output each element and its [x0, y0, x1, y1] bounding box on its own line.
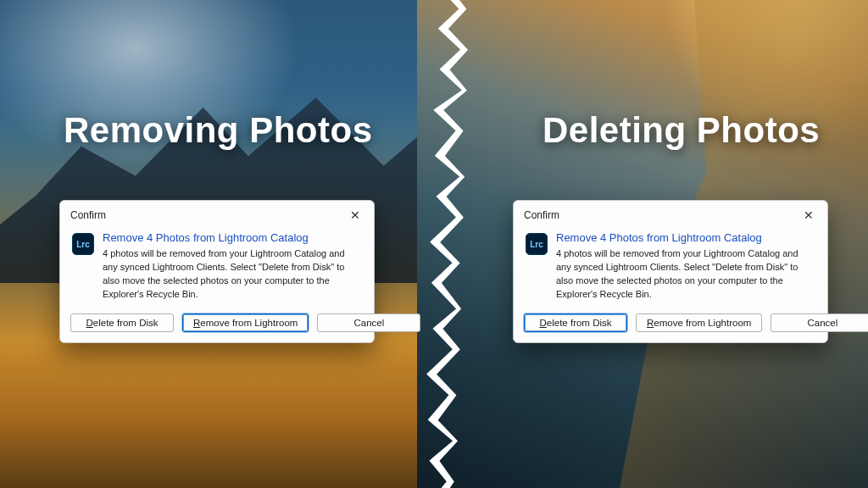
dialog-body-text: 4 photos will be removed from your Light…: [556, 247, 815, 302]
close-button[interactable]: ✕: [797, 206, 821, 225]
dialog-title: Confirm: [70, 209, 106, 221]
delete-from-disk-button[interactable]: Delete from Disk: [524, 313, 627, 332]
close-icon: ✕: [350, 208, 360, 222]
dialog-button-row: Delete from Disk Remove from Lightroom C…: [60, 308, 374, 342]
dialog-headline: Remove 4 Photos from Lightroom Catalog: [556, 231, 815, 244]
dialog-button-row: Delete from Disk Remove from Lightroom C…: [514, 308, 827, 342]
dialog-message: Remove 4 Photos from Lightroom Catalog 4…: [556, 231, 815, 302]
dialog-title: Confirm: [524, 209, 559, 221]
lightroom-app-icon: Lrc: [526, 233, 548, 255]
dialog-body-text: 4 photos will be removed from your Light…: [103, 247, 362, 302]
dialog-body: Lrc Remove 4 Photos from Lightroom Catal…: [514, 226, 827, 308]
cancel-button[interactable]: Cancel: [771, 313, 868, 332]
remove-from-lightroom-button[interactable]: Remove from Lightroom: [182, 313, 309, 332]
delete-from-disk-button[interactable]: Delete from Disk: [70, 313, 174, 332]
close-button[interactable]: ✕: [343, 206, 367, 225]
dialog-message: Remove 4 Photos from Lightroom Catalog 4…: [103, 231, 362, 302]
cancel-button[interactable]: Cancel: [317, 313, 420, 332]
confirm-dialog-remove-variant: Confirm ✕ Lrc Remove 4 Photos from Light…: [59, 200, 375, 343]
dialog-titlebar: Confirm ✕: [514, 201, 827, 226]
comparison-illustration: Removing Photos Deleting Photos Confirm …: [0, 0, 868, 488]
confirm-dialog-delete-variant: Confirm ✕ Lrc Remove 4 Photos from Light…: [513, 200, 828, 343]
lightroom-app-icon: Lrc: [72, 233, 94, 255]
dialog-body: Lrc Remove 4 Photos from Lightroom Catal…: [60, 226, 374, 308]
dialog-titlebar: Confirm ✕: [60, 201, 374, 226]
heading-deleting: Deleting Photos: [542, 110, 820, 151]
dialog-headline: Remove 4 Photos from Lightroom Catalog: [103, 231, 362, 244]
close-icon: ✕: [804, 208, 814, 222]
heading-removing: Removing Photos: [64, 110, 373, 151]
remove-from-lightroom-button[interactable]: Remove from Lightroom: [636, 313, 762, 332]
